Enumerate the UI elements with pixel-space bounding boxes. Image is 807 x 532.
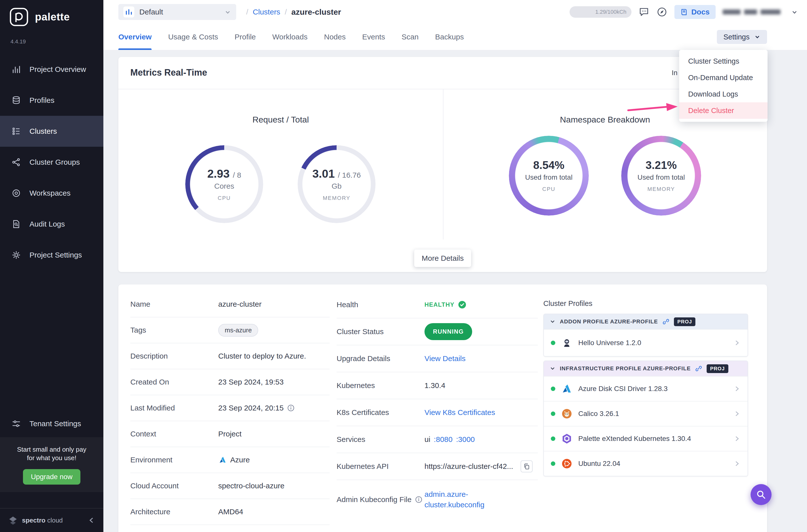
proj-badge: PROJ [674,318,695,326]
detail-row-tags: Tags ms-azure [130,318,330,343]
tab-scan[interactable]: Scan [402,24,419,50]
compass-icon[interactable] [657,6,667,17]
sidebar-item-project-settings[interactable]: Project Settings [0,240,103,270]
brand-name: palette [35,11,70,23]
sidebar-item-clusters[interactable]: Clusters [0,116,103,147]
breadcrumb-current: azure-cluster [291,7,341,17]
menu-item-delete-cluster[interactable]: Delete Cluster [679,102,768,119]
service-port-8080-link[interactable]: :8080 [434,435,453,444]
memory-gauge-total: 16.76 [342,171,361,179]
copy-icon[interactable] [520,460,533,472]
chevron-down-icon [224,8,231,16]
sidebar-item-label: Audit Logs [30,220,65,228]
tab-nodes[interactable]: Nodes [324,24,346,50]
azure-icon [218,456,227,464]
pack-name: Calico 3.26.1 [578,410,619,418]
user-menu-chevron-icon[interactable] [791,8,798,16]
details-mid-column: Health HEALTHY Cluster Status RUNNING Up… [336,291,538,519]
calico-icon [561,408,573,420]
addon-profile-header[interactable]: ADDON PROFILE AZURE-PROFILE PROJ [544,314,748,329]
search-fab-button[interactable] [751,484,772,505]
detail-label: K8s Certificates [336,408,424,417]
kubeconfig-link-line1[interactable]: admin.azure- [424,489,484,499]
footer-brand-bold: spectro [22,516,45,524]
cpu-gauge-total: 8 [237,171,241,179]
kubeconfig-link[interactable]: admin.azure- cluster.kubeconfig [424,489,484,510]
detail-row-admin-kubeconfig: Admin Kubeconfig File admin.azure- clust… [336,480,538,519]
detail-label: Cloud Account [130,481,218,490]
kubeconfig-link-line2[interactable]: cluster.kubeconfig [424,499,484,510]
docs-icon [680,8,688,16]
annotation-arrow [627,102,679,115]
menu-item-on-demand-update[interactable]: On-Demand Update [679,69,768,86]
tab-workloads[interactable]: Workloads [272,24,308,50]
sidebar-item-label: Clusters [30,127,57,135]
memory-donut-label: MEMORY [647,186,675,192]
upgrade-now-button[interactable]: Upgrade now [23,469,80,484]
menu-item-download-logs[interactable]: Download Logs [679,86,768,102]
bar-chart-icon [12,64,21,74]
pack-row-calico[interactable]: Calico 3.26.1 [544,401,748,426]
detail-label: Services [336,435,424,444]
user-name-redacted[interactable] [722,10,784,15]
sidebar-item-project-overview[interactable]: Project Overview [0,54,103,85]
tab-profile[interactable]: Profile [235,24,256,50]
chat-icon[interactable] [639,6,649,17]
detail-value: 23 Sep 2024, 19:53 [218,378,283,386]
breadcrumb-clusters-link[interactable]: Clusters [253,8,280,16]
pack-row-azure-disk-csi[interactable]: Azure Disk CSI Driver 1.28.3 [544,376,748,401]
collapse-sidebar-icon[interactable] [87,516,95,524]
addon-profile-label: ADDON PROFILE AZURE-PROFILE [560,318,658,325]
memory-gauge-label: MEMORY [323,195,351,202]
docs-label: Docs [691,8,710,16]
usage-meter-pill: 1.29/100kCh [570,6,631,18]
settings-button[interactable]: Settings [717,30,767,44]
detail-label: Name [130,300,218,308]
pack-name: Azure Disk CSI Driver 1.28.3 [578,385,668,393]
tab-events[interactable]: Events [362,24,385,50]
link-icon[interactable] [695,365,702,372]
more-details-button[interactable]: More Details [414,249,471,267]
tab-overview[interactable]: Overview [118,24,151,50]
pack-row-palette-extended-kubernetes[interactable]: Palette eXtended Kubernetes 1.30.4 [544,426,748,451]
tenant-settings-area: Tenant Settings [0,410,103,437]
status-badge[interactable]: RUNNING [424,323,472,340]
detail-value: 1.30.4 [424,381,445,390]
sidebar-item-workspaces[interactable]: Workspaces [0,178,103,209]
detail-label: Kubernetes [336,381,424,390]
memory-gauge-unit: Gb [332,182,342,190]
addon-profile-section: ADDON PROFILE AZURE-PROFILE PROJ Hello U… [543,314,748,357]
pack-row-hello-universe[interactable]: Hello Universe 1.2.0 [544,329,748,356]
cpu-gauge-label: CPU [218,195,231,202]
sidebar-item-cluster-groups[interactable]: Cluster Groups [0,147,103,178]
service-name: ui [424,435,430,444]
info-icon[interactable] [415,496,422,503]
sidebar-item-profiles[interactable]: Profiles [0,85,103,116]
service-port-3000-link[interactable]: :3000 [456,435,475,444]
tab-backups[interactable]: Backups [435,24,464,50]
project-selector[interactable]: Default [118,4,236,20]
pack-row-ubuntu[interactable]: Ubuntu 22.04 [544,451,748,476]
detail-value: Project [218,430,241,438]
footer-brand-light: cloud [47,516,63,524]
sidebar-item-tenant-settings[interactable]: Tenant Settings [0,410,103,437]
menu-item-cluster-settings[interactable]: Cluster Settings [679,53,768,69]
green-status-dot [551,436,555,441]
tab-usage-costs[interactable]: Usage & Costs [168,24,218,50]
detail-row-architecture: Architecture AMD64 [130,499,330,525]
detail-label: Admin Kubeconfig File [336,495,411,504]
tools-icon [12,419,21,429]
sidebar-item-audit-logs[interactable]: Audit Logs [0,209,103,240]
docs-button[interactable]: Docs [674,5,716,19]
link-icon[interactable] [662,318,670,325]
magnifier-icon [756,490,766,499]
view-details-link[interactable]: View Details [424,354,466,363]
detail-row-health: Health HEALTHY [336,291,538,318]
info-icon[interactable] [287,404,295,412]
view-k8s-certificates-link[interactable]: View K8s Certificates [424,408,495,417]
promo-line2: for what you use! [0,454,103,462]
infrastructure-profile-header[interactable]: INFRASTRUCTURE PROFILE AZURE-PROFILE PRO… [544,361,748,376]
brand-logo: palette [10,7,70,26]
topbar-actions: 1.29/100kCh Docs [570,5,798,19]
breadcrumb-separator: / [285,8,287,16]
